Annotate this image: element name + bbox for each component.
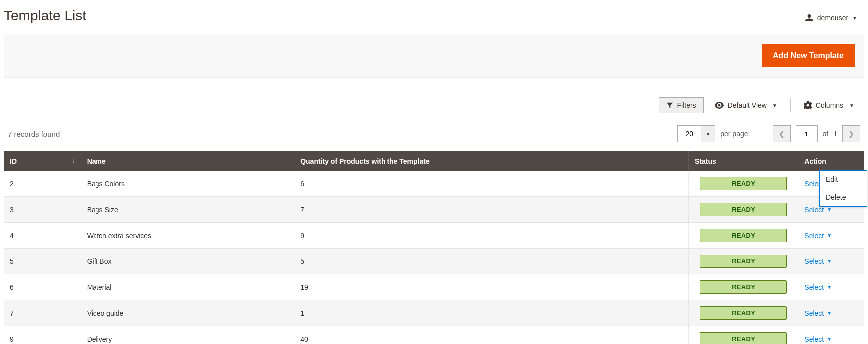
- select-action[interactable]: Select▼: [804, 283, 832, 291]
- caret-down-icon: ▼: [827, 233, 832, 238]
- grid-toolbar: Filters Default View ▼ Columns ▼: [4, 97, 864, 113]
- columns-label: Columns: [816, 101, 843, 109]
- column-name[interactable]: Name: [81, 151, 294, 171]
- cell-action: Select▲EditDelete: [798, 171, 864, 197]
- caret-down-icon: ▼: [827, 310, 832, 316]
- status-badge: READY: [700, 306, 787, 320]
- filters-button[interactable]: Filters: [659, 97, 703, 113]
- prev-page-button[interactable]: ❮: [773, 125, 791, 142]
- of-label: of: [823, 130, 829, 138]
- cell-action: Select▼: [798, 249, 864, 274]
- cell-name: Material: [81, 274, 294, 300]
- table-row[interactable]: 9Delivery40READYSelect▼: [4, 326, 864, 344]
- cell-name: Bags Colors: [81, 171, 294, 197]
- cell-status: READY: [689, 274, 798, 300]
- sort-arrow-down-icon: ↓: [72, 157, 75, 164]
- next-page-button[interactable]: ❯: [842, 125, 860, 142]
- cell-id: 9: [4, 326, 81, 344]
- cell-qty: 7: [294, 197, 689, 223]
- cell-qty: 5: [294, 249, 689, 274]
- status-badge: READY: [700, 177, 787, 190]
- pager: ▼ per page ❮ of 1 ❯: [677, 125, 860, 142]
- cell-qty: 6: [294, 171, 689, 197]
- cell-qty: 9: [294, 223, 689, 249]
- user-menu[interactable]: demouser ▼: [805, 14, 864, 22]
- table-row[interactable]: 6Material19READYSelect▼: [4, 274, 864, 300]
- records-found: 7 records found: [8, 130, 60, 138]
- status-badge: READY: [700, 255, 787, 268]
- cell-action: Select▼: [798, 326, 864, 344]
- action-delete[interactable]: Delete: [820, 188, 867, 206]
- status-badge: READY: [700, 203, 787, 216]
- template-table: ID ↓ Name Quantity of Products with the …: [4, 151, 864, 344]
- column-id[interactable]: ID ↓: [4, 151, 81, 171]
- user-name: demouser: [817, 14, 848, 22]
- caret-down-icon: ▼: [706, 131, 711, 137]
- default-view-label: Default View: [728, 101, 767, 109]
- cell-id: 4: [4, 223, 81, 249]
- caret-down-icon: ▼: [827, 284, 832, 290]
- cell-action: Select▼: [798, 223, 864, 249]
- separator: [790, 98, 791, 112]
- table-row[interactable]: 7Video guide1READYSelect▼: [4, 300, 864, 326]
- eye-icon: [715, 102, 724, 109]
- cell-action: Select▼: [798, 274, 864, 300]
- select-action[interactable]: Select▼: [804, 335, 832, 343]
- caret-down-icon: ▼: [827, 258, 832, 264]
- column-qty[interactable]: Quantity of Products with the Template: [294, 151, 689, 171]
- default-view-button[interactable]: Default View ▼: [708, 98, 784, 113]
- chevron-right-icon: ❯: [848, 130, 854, 138]
- cell-name: Gift Box: [81, 249, 294, 274]
- column-status[interactable]: Status: [689, 151, 798, 171]
- action-edit[interactable]: Edit: [820, 171, 867, 188]
- select-action[interactable]: Select▼: [804, 309, 832, 317]
- status-badge: READY: [700, 280, 787, 294]
- page-size-dropdown-button[interactable]: ▼: [701, 125, 715, 142]
- gear-icon: [804, 101, 812, 109]
- per-page-label: per page: [720, 130, 748, 138]
- action-dropdown: EditDelete: [819, 170, 867, 207]
- cell-status: READY: [689, 249, 798, 274]
- cell-name: Watch extra services: [81, 223, 294, 249]
- cell-name: Delivery: [81, 326, 294, 344]
- cell-status: READY: [689, 171, 798, 197]
- cell-qty: 1: [294, 300, 689, 326]
- caret-down-icon: ▼: [852, 15, 857, 21]
- columns-button[interactable]: Columns ▼: [797, 98, 861, 113]
- caret-down-icon: ▼: [827, 336, 832, 342]
- funnel-icon: [666, 102, 673, 109]
- cell-status: READY: [689, 197, 798, 223]
- caret-down-icon: ▼: [772, 103, 777, 108]
- status-badge: READY: [700, 229, 787, 242]
- table-row[interactable]: 3Bags Size7READYSelect▼: [4, 197, 864, 223]
- cell-id: 2: [4, 171, 81, 197]
- cell-status: READY: [689, 326, 798, 344]
- select-action[interactable]: Select▼: [804, 258, 832, 265]
- page-title: Template List: [4, 8, 86, 24]
- action-bar: Add New Template: [4, 34, 864, 78]
- table-row[interactable]: 2Bags Colors6READYSelect▲EditDelete: [4, 171, 864, 197]
- user-icon: [805, 14, 813, 22]
- cell-status: READY: [689, 300, 798, 326]
- current-page-input[interactable]: [796, 125, 818, 142]
- table-row[interactable]: 5Gift Box5READYSelect▼: [4, 249, 864, 274]
- caret-down-icon: ▼: [827, 207, 832, 212]
- cell-name: Bags Size: [81, 197, 294, 223]
- cell-id: 5: [4, 249, 81, 274]
- page-size-input[interactable]: [677, 125, 701, 142]
- status-badge: READY: [700, 332, 787, 344]
- cell-qty: 19: [294, 274, 689, 300]
- cell-id: 7: [4, 300, 81, 326]
- chevron-left-icon: ❮: [779, 130, 785, 138]
- add-new-template-button[interactable]: Add New Template: [762, 44, 855, 67]
- table-row[interactable]: 4Watch extra services9READYSelect▼: [4, 223, 864, 249]
- cell-id: 3: [4, 197, 81, 223]
- column-action[interactable]: Action: [798, 151, 864, 171]
- caret-down-icon: ▼: [849, 103, 854, 108]
- total-pages: 1: [833, 130, 837, 138]
- cell-qty: 40: [294, 326, 689, 344]
- cell-id: 6: [4, 274, 81, 300]
- filters-label: Filters: [677, 101, 696, 109]
- select-action[interactable]: Select▼: [804, 232, 832, 240]
- cell-name: Video guide: [81, 300, 294, 326]
